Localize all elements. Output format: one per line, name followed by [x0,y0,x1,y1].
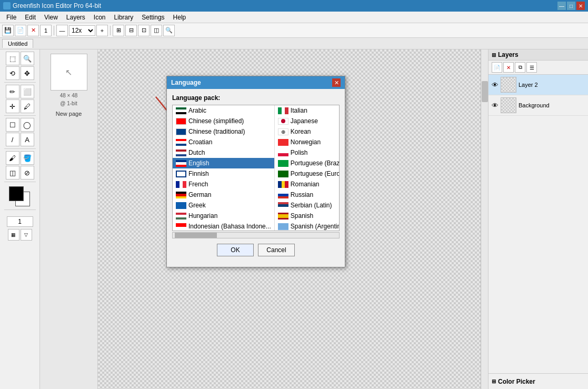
lang-dutch[interactable]: Dutch [173,147,274,158]
language-dialog: Language ✕ Language pack: Arabic [166,76,345,267]
dialog-title-bar: Language ✕ [167,76,345,89]
fill-tool[interactable]: 🪣 [21,151,34,165]
zoom-tool[interactable]: 🔍 [21,52,34,65]
pattern-btn-1[interactable]: ▦ [8,229,19,241]
zoom-plus-button[interactable]: + [96,25,108,36]
one-button[interactable]: 1 [40,25,52,36]
lang-spanish-label: Spanish [291,212,313,220]
lang-polish[interactable]: Polish [275,147,340,158]
lang-chinese-t[interactable]: Chinese (traditional) [173,126,274,137]
move-tool[interactable]: ✛ [6,99,19,113]
lang-hungarian[interactable]: Hungarian [173,211,274,221]
dialog-close-button[interactable]: ✕ [332,78,341,87]
save-button[interactable]: 💾 [2,25,14,36]
layer2-visibility-icon[interactable]: 👁 [492,81,499,89]
cancel-button[interactable]: Cancel [258,244,295,256]
app-title: Greenfish Icon Editor Pro 64-bit [13,2,557,9]
language-list[interactable]: Arabic Chinese (simplified) Chinese (tra… [172,105,340,231]
menu-settings[interactable]: Settings [137,13,168,22]
lang-english[interactable]: English [173,158,274,168]
tab-untitled[interactable]: Untitled [2,39,33,48]
minimize-button[interactable]: — [557,2,566,10]
lang-norwegian[interactable]: Norwegian [275,137,340,147]
lang-japanese[interactable]: Japanese [275,116,340,126]
main-layout: ⬚ 🔍 ⟲ ✥ ✏ ⬜ ✛ 🖊 ☐ ◯ / A 🖌 🪣 [0,49,588,389]
lang-finnish[interactable]: Finnish [173,168,274,179]
zoom-minus-button[interactable]: — [56,25,68,36]
lang-norwegian-label: Norwegian [291,138,321,146]
background-visibility-icon[interactable]: 👁 [492,102,499,109]
lang-greek[interactable]: Greek [173,200,274,211]
lang-serbian[interactable]: Serbian (Latin) [275,200,340,211]
dialog-scrollbar[interactable] [172,232,340,238]
lang-portuguese-br[interactable]: Portuguese (Brazilian) [275,158,340,168]
close-window-button[interactable]: ✕ [576,2,585,10]
grid-button-1[interactable]: ⊞ [113,25,124,36]
line-tool[interactable]: / [6,133,19,146]
hand-tool[interactable]: ✥ [21,66,34,80]
text-tool[interactable]: A [21,133,34,146]
flag-italian [278,107,288,114]
layer-item-background[interactable]: 👁 Background [489,95,588,116]
marquee-tool[interactable]: ⬚ [6,52,19,65]
scrollbar-thumb [175,233,217,238]
lang-indonesian[interactable]: Indonesian (Bahasa Indone... [173,221,274,231]
lang-italian[interactable]: Italian [275,105,340,116]
page-thumbnail[interactable]: ↖ [51,54,87,91]
zoom-select[interactable]: 12x 8x 4x 2x 1x [69,25,95,36]
lang-romanian[interactable]: Romanian [275,179,340,189]
dialog-language-label: Language pack: [172,94,340,102]
menu-edit[interactable]: Edit [21,13,40,22]
eraser-tool[interactable]: ⬜ [21,85,34,98]
grid-button-3[interactable]: ⊡ [138,25,150,36]
grid-button-2[interactable]: ⊟ [125,25,137,36]
duplicate-layer-button[interactable]: ⧉ [515,62,525,73]
lang-spanish-ar[interactable]: Spanish (Argentinian) [275,221,340,231]
pencil-tool[interactable]: ✏ [6,85,19,98]
menu-view[interactable]: View [40,13,62,22]
lang-french[interactable]: French [173,179,274,189]
grid-button-4[interactable]: ◫ [151,25,162,36]
layers-expand-icon[interactable]: ⊞ [492,52,496,58]
menu-file[interactable]: File [2,13,21,22]
ellipse-tool[interactable]: ◯ [21,118,34,132]
layer-options-button[interactable]: ☰ [526,62,537,73]
dodge-tool[interactable]: ⊘ [21,166,34,179]
blur-tool[interactable]: ◫ [6,166,19,179]
menu-layers[interactable]: Layers [62,13,89,22]
lang-german[interactable]: German [173,189,274,200]
lasso-tool[interactable]: ⟲ [6,66,19,80]
maximize-button[interactable]: □ [567,2,575,10]
layer-item-layer2[interactable]: 👁 Layer 2 [489,75,588,95]
flag-dutch [176,149,186,156]
menu-icon[interactable]: Icon [89,13,110,22]
new-button[interactable]: 📄 [15,25,26,36]
pattern-btn-2[interactable]: ▽ [21,229,32,241]
zoom-fit-button[interactable]: 🔍 [163,25,175,36]
lang-spanish[interactable]: Spanish [275,211,340,221]
size-input[interactable] [7,216,33,227]
lang-chinese-s[interactable]: Chinese (simplified) [173,116,274,126]
ok-button[interactable]: OK [217,244,254,256]
lang-portuguese-eu[interactable]: Portuguese (European) [275,168,340,179]
eyedropper-tool[interactable]: 🖊 [21,99,34,113]
main-canvas[interactable]: Language ✕ Language pack: Arabic [98,49,481,389]
lang-russian[interactable]: Russian [275,189,340,200]
lang-arabic[interactable]: Arabic [173,105,274,116]
color-picker-expand-icon[interactable]: ⊞ [492,378,496,384]
close-file-button[interactable]: ✕ [27,25,39,36]
rect-tool[interactable]: ☐ [6,118,19,132]
dialog-overlay: Language ✕ Language pack: Arabic [98,49,481,389]
delete-layer-button[interactable]: ✕ [503,62,514,73]
vertical-scrollbar[interactable] [481,49,488,389]
brush-tool[interactable]: 🖌 [6,151,19,165]
background-layer-name: Background [519,102,550,108]
lang-korean[interactable]: ⊕ Korean [275,126,340,137]
lang-croatian[interactable]: Croatian [173,137,274,147]
foreground-color-box[interactable] [9,186,24,201]
flag-french [176,181,186,188]
lang-japanese-label: Japanese [291,117,318,125]
menu-help[interactable]: Help [169,13,191,22]
menu-library[interactable]: Library [110,13,138,22]
new-layer-button[interactable]: 📄 [492,62,502,73]
